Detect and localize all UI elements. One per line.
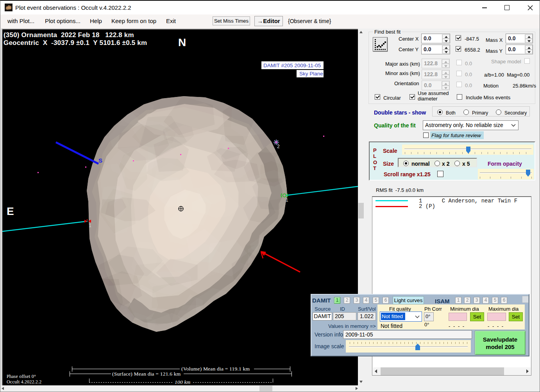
svg-text:Phase offset 0°: Phase offset 0° <box>7 374 36 379</box>
svg-text:1: 1 <box>89 223 91 228</box>
svg-text:(350) Ornamenta 2022 Feb 18: (350) Ornamenta 2022 Feb 18 122.8 km <box>4 31 134 39</box>
svg-text:(Volume) Mean dia = 119.1 km: (Volume) Mean dia = 119.1 km <box>181 366 250 372</box>
svg-text:E: E <box>7 205 14 217</box>
svg-text:Geocentric X -3037.9 ±0.1 Y: Geocentric X -3037.9 ±0.1 Y 5101.6 ±0.5 … <box>4 39 147 47</box>
svg-text:100 km: 100 km <box>175 379 191 385</box>
svg-text:Occult 4.2022.2.2: Occult 4.2022.2.2 <box>7 379 41 385</box>
svg-text:(Surface) Mean dia = 121.6 km: (Surface) Mean dia = 121.6 km <box>112 371 181 377</box>
svg-text:N: N <box>178 36 186 48</box>
svg-text:DAMIT #205 2009-11-05: DAMIT #205 2009-11-05 <box>263 63 321 68</box>
svg-text:1: 1 <box>286 197 288 203</box>
svg-text:2: 2 <box>277 144 280 149</box>
svg-text:S: S <box>98 157 102 164</box>
svg-text:Sky Plane: Sky Plane <box>299 71 323 77</box>
